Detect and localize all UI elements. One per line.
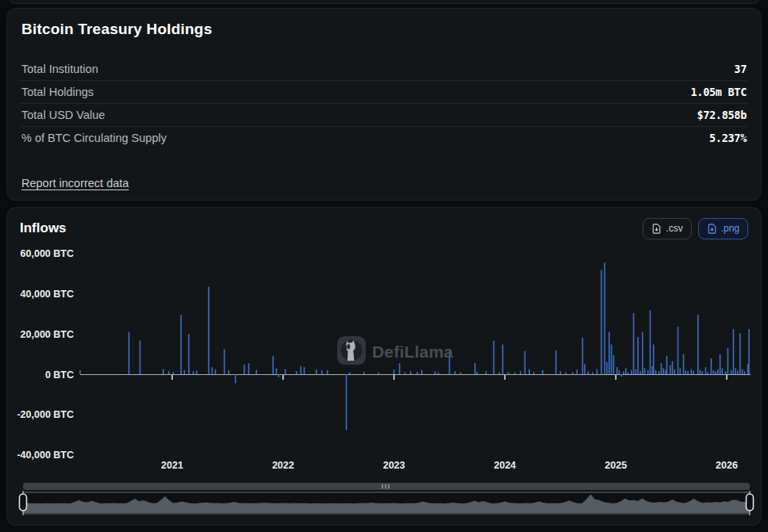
brush-handle-right[interactable] <box>747 494 754 511</box>
chart-scrollbar[interactable] <box>23 483 750 490</box>
stat-label: Total USD Value <box>21 109 105 121</box>
treasury-holdings-panel: Bitcoin Treasury Holdings Total Institut… <box>6 8 762 201</box>
x-axis-label: 2023 <box>383 460 405 471</box>
stat-label: % of BTC Circulating Supply <box>21 132 167 144</box>
x-axis-label: 2021 <box>161 460 183 471</box>
x-axis-label: 2026 <box>716 460 738 471</box>
y-axis-label: -20,000 BTC <box>17 409 74 420</box>
y-axis-label: 60,000 BTC <box>21 248 74 259</box>
previous-panel-edge <box>6 0 762 4</box>
y-axis-label: 20,000 BTC <box>21 329 74 340</box>
file-download-icon <box>707 224 717 234</box>
file-download-icon <box>651 224 662 234</box>
download-png-button[interactable]: .png <box>698 218 748 239</box>
report-incorrect-data-link[interactable]: Report incorrect data <box>21 177 129 189</box>
stat-row-total-institution: Total Institution 37 <box>20 57 748 80</box>
y-axis-label: -40,000 BTC <box>17 450 74 461</box>
stat-value: 1.05m BTC <box>691 86 747 98</box>
png-button-label: .png <box>721 223 739 234</box>
y-axis-label: 40,000 BTC <box>21 289 74 300</box>
stat-row-total-holdings: Total Holdings 1.05m BTC <box>20 80 748 103</box>
stat-row-total-usd-value: Total USD Value $72.858b <box>20 103 748 126</box>
chart-title: Inflows <box>20 220 67 236</box>
stats-table: Total Institution 37 Total Holdings 1.05… <box>20 57 748 149</box>
x-axis-label: 2022 <box>272 460 294 471</box>
csv-button-label: .csv <box>666 223 682 234</box>
download-csv-button[interactable]: .csv <box>643 218 691 239</box>
stat-label: Total Holdings <box>21 86 94 98</box>
brush-handle-left[interactable] <box>20 494 27 511</box>
page-title: Bitcoin Treasury Holdings <box>20 19 748 38</box>
stat-value: $72.858b <box>697 109 747 121</box>
stat-row-btc-supply-pct: % of BTC Circulating Supply 5.237% <box>20 126 748 149</box>
inflows-bar-chart[interactable]: 60,000 BTC40,000 BTC20,000 BTC0 BTC-20,0… <box>7 208 761 525</box>
inflows-chart-panel: Inflows .csv .png <box>6 207 762 526</box>
inflow-bars[interactable] <box>79 262 750 430</box>
y-axis-label: 0 BTC <box>45 369 74 381</box>
x-axis-label: 2024 <box>493 460 516 471</box>
stat-value: 5.237% <box>709 132 747 144</box>
export-buttons: .csv .png <box>643 218 748 239</box>
x-axis-label: 2025 <box>605 460 627 471</box>
stat-value: 37 <box>734 63 747 75</box>
stat-label: Total Institution <box>21 63 98 75</box>
